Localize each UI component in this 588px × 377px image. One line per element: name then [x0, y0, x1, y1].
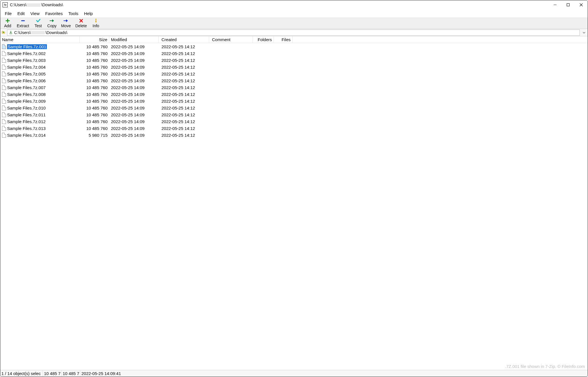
menu-edit[interactable]: Edit: [14, 10, 28, 16]
file-name: Sample Files.7z.009: [7, 99, 46, 104]
menu-view[interactable]: View: [28, 10, 42, 16]
move-arrow-icon: [63, 18, 68, 23]
menu-file[interactable]: File: [2, 10, 14, 16]
add-button[interactable]: Add: [2, 18, 13, 28]
extract-button[interactable]: Extract: [16, 18, 30, 28]
file-name: Sample Files.7z.006: [7, 78, 46, 83]
cell-size: 10 485 760: [80, 119, 109, 124]
file-icon: [2, 58, 6, 63]
cell-created: 2022-05-25 14:12: [159, 92, 209, 97]
file-icon: [2, 106, 6, 110]
cell-name: Sample Files.7z.007: [0, 85, 80, 90]
minus-icon: [21, 18, 25, 23]
cell-name: Sample Files.7z.008: [0, 92, 80, 97]
file-name: Sample Files.7z.007: [7, 85, 46, 90]
cell-created: 2022-05-25 14:12: [159, 119, 209, 124]
up-folder-icon[interactable]: [1, 30, 5, 35]
table-row[interactable]: Sample Files.7z.01210 485 7602022-05-25 …: [0, 118, 588, 125]
check-icon: [36, 18, 41, 23]
cell-created: 2022-05-25 14:12: [159, 51, 209, 56]
close-button[interactable]: [575, 0, 588, 9]
cell-name: Sample Files.7z.010: [0, 106, 80, 110]
column-modified[interactable]: Modified: [109, 36, 159, 43]
file-icon: [2, 44, 6, 49]
cell-created: 2022-05-25 14:12: [159, 99, 209, 104]
column-size[interactable]: Size: [80, 36, 109, 43]
cell-modified: 2022-05-25 14:09: [109, 44, 159, 49]
column-comment[interactable]: Comment: [209, 36, 253, 43]
file-icon: [2, 78, 6, 83]
file-list[interactable]: Sample Files.7z.00110 485 7602022-05-25 …: [0, 43, 588, 370]
svg-rect-1: [567, 4, 570, 6]
column-files[interactable]: Files: [274, 36, 293, 43]
cell-size: 5 980 715: [80, 133, 109, 138]
table-row[interactable]: Sample Files.7z.00310 485 7602022-05-25 …: [0, 57, 588, 64]
address-redacted: [31, 31, 45, 34]
address-bar: C:\Users\\Downloads\: [0, 29, 588, 36]
plus-icon: [6, 18, 10, 23]
window-controls: [549, 0, 588, 9]
cell-size: 10 485 760: [80, 92, 109, 97]
table-row[interactable]: Sample Files.7z.00710 485 7602022-05-25 …: [0, 84, 588, 91]
file-name: Sample Files.7z.005: [7, 71, 46, 76]
table-row[interactable]: Sample Files.7z.00510 485 7602022-05-25 …: [0, 70, 588, 77]
delete-label: Delete: [75, 24, 87, 28]
table-row[interactable]: Sample Files.7z.00110 485 7602022-05-25 …: [0, 43, 588, 50]
menu-favorites[interactable]: Favorites: [42, 10, 66, 16]
column-name[interactable]: Name: [0, 36, 80, 43]
table-row[interactable]: Sample Files.7z.01310 485 7602022-05-25 …: [0, 125, 588, 132]
cell-created: 2022-05-25 14:12: [159, 133, 209, 138]
cell-modified: 2022-05-25 14:09: [109, 65, 159, 69]
menu-help[interactable]: Help: [81, 10, 96, 16]
test-button[interactable]: Test: [33, 18, 44, 28]
file-icon: [2, 71, 6, 76]
table-row[interactable]: Sample Files.7z.01110 485 7602022-05-25 …: [0, 111, 588, 118]
cell-size: 10 485 760: [80, 85, 109, 90]
file-name: Sample Files.7z.008: [7, 92, 46, 97]
cell-created: 2022-05-25 14:12: [159, 44, 209, 49]
file-icon: [2, 85, 6, 90]
move-button[interactable]: Move: [60, 18, 72, 28]
info-button[interactable]: Info: [90, 18, 102, 28]
column-created[interactable]: Created: [159, 36, 209, 43]
cell-created: 2022-05-25 14:12: [159, 112, 209, 117]
file-icon: [2, 133, 6, 138]
table-row[interactable]: Sample Files.7z.01010 485 7602022-05-25 …: [0, 104, 588, 111]
svg-point-4: [95, 19, 96, 20]
table-row[interactable]: Sample Files.7z.00910 485 7602022-05-25 …: [0, 98, 588, 104]
cell-size: 10 485 760: [80, 99, 109, 104]
copy-button[interactable]: Copy: [46, 18, 58, 28]
move-label: Move: [61, 24, 71, 28]
cell-modified: 2022-05-25 14:09: [109, 119, 159, 124]
column-header: Name Size Modified Created Comment Folde…: [0, 36, 588, 43]
cell-modified: 2022-05-25 14:09: [109, 58, 159, 63]
table-row[interactable]: Sample Files.7z.00610 485 7602022-05-25 …: [0, 77, 588, 84]
delete-button[interactable]: Delete: [74, 18, 88, 28]
cell-created: 2022-05-25 14:12: [159, 106, 209, 110]
cell-name: Sample Files.7z.006: [0, 78, 80, 83]
table-row[interactable]: Sample Files.7z.00810 485 7602022-05-25 …: [0, 91, 588, 98]
maximize-button[interactable]: [562, 0, 575, 9]
copy-label: Copy: [47, 24, 57, 28]
cell-name: Sample Files.7z.012: [0, 119, 80, 124]
table-row[interactable]: Sample Files.7z.0145 980 7152022-05-25 1…: [0, 132, 588, 138]
column-folders[interactable]: Folders: [253, 36, 274, 43]
cell-name: Sample Files.7z.014: [0, 133, 80, 138]
minimize-button[interactable]: [549, 0, 562, 9]
status-datetime: 2022-05-25 14:09:41: [80, 370, 588, 377]
title-bar: 7z C:\Users\\Downloads\: [0, 0, 588, 9]
address-dropdown-icon[interactable]: [581, 31, 587, 34]
cell-name: Sample Files.7z.013: [0, 126, 80, 131]
app-icon: 7z: [3, 2, 8, 7]
extract-label: Extract: [17, 24, 29, 28]
address-input[interactable]: C:\Users\\Downloads\: [7, 30, 580, 36]
cell-size: 10 485 760: [80, 58, 109, 63]
table-row[interactable]: Sample Files.7z.00410 485 7602022-05-25 …: [0, 64, 588, 70]
file-name: Sample Files.7z.010: [7, 106, 46, 110]
cell-modified: 2022-05-25 14:09: [109, 85, 159, 90]
file-icon: [2, 92, 6, 97]
cell-name: Sample Files.7z.003: [0, 58, 80, 63]
table-row[interactable]: Sample Files.7z.00210 485 7602022-05-25 …: [0, 50, 588, 57]
cell-modified: 2022-05-25 14:09: [109, 106, 159, 110]
menu-tools[interactable]: Tools: [66, 10, 81, 16]
